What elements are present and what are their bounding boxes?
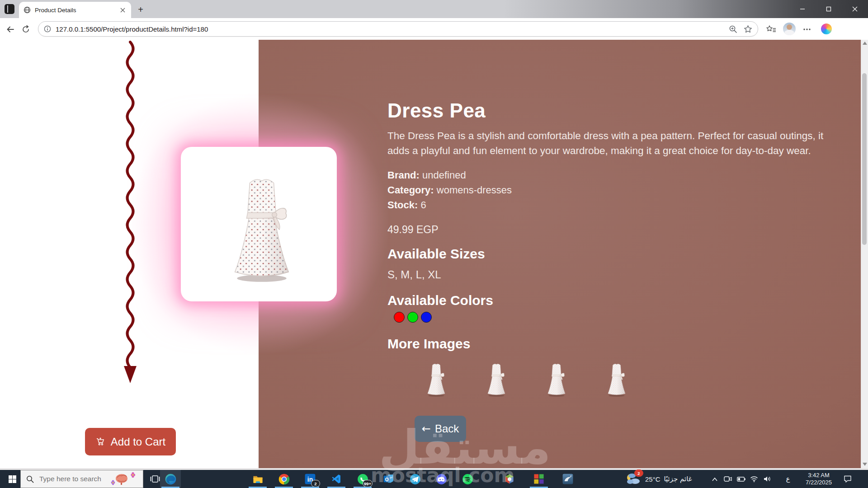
taskbar-spotify-icon[interactable] <box>457 470 478 488</box>
whatsapp-badge: 99+ <box>363 480 373 487</box>
browser-tab-strip: Product Details + <box>0 0 868 18</box>
taskbar-telegram-icon[interactable] <box>405 470 425 488</box>
taskbar-linkedin-icon[interactable]: in 2 <box>300 470 321 488</box>
sizes-heading: Available Sizes <box>387 246 485 262</box>
detail-row-category: Category: womens-dresses <box>387 184 512 196</box>
stock-label: Stock: <box>387 199 418 211</box>
window-minimize-button[interactable] <box>792 0 813 18</box>
cart-icon <box>95 436 106 447</box>
taskbar-file-explorer-icon[interactable] <box>247 470 268 488</box>
product-detail-panel <box>259 40 861 468</box>
taskbar-chrome-icon[interactable] <box>274 470 294 488</box>
profile-avatar[interactable] <box>783 23 796 35</box>
screen: Product Details + 127 <box>0 0 868 488</box>
add-to-cart-button[interactable]: Add to Cart <box>85 428 176 455</box>
settings-ellipsis-icon[interactable] <box>801 23 813 35</box>
window-close-button[interactable] <box>844 0 865 18</box>
product-title: Dress Pea <box>387 99 486 122</box>
taskbar-outlook-icon[interactable]: O <box>378 470 399 488</box>
browser-tab[interactable]: Product Details <box>19 2 131 18</box>
taskbar-vscode-icon[interactable] <box>326 470 347 488</box>
back-arrow-icon: ← <box>422 422 431 435</box>
tray-wifi-icon[interactable] <box>748 470 760 488</box>
search-input[interactable] <box>38 474 108 483</box>
scroll-up-icon[interactable] <box>863 42 867 45</box>
back-button-label: Back <box>435 422 459 435</box>
detail-row-stock: Stock: 6 <box>387 199 426 211</box>
weather-condition: غائم جزئيًا <box>664 475 692 483</box>
new-tab-button[interactable]: + <box>136 5 146 14</box>
taskbar-mysql-icon[interactable] <box>557 470 578 488</box>
taskbar-edge-icon[interactable] <box>160 470 181 488</box>
taskbar-search[interactable] <box>20 470 143 488</box>
site-info-icon[interactable] <box>44 25 51 33</box>
tab-title: Product Details <box>35 7 118 14</box>
product-price: 49.99 EGP <box>387 224 439 236</box>
color-swatches <box>394 312 432 323</box>
back-button[interactable]: ← Back <box>415 416 466 442</box>
refresh-icon[interactable] <box>20 23 32 35</box>
weather-badge: 2 <box>634 469 643 477</box>
window-maximize-button[interactable] <box>818 0 839 18</box>
taskbar: in 2 99+ O <box>0 470 868 488</box>
action-center-icon[interactable] <box>840 470 855 488</box>
start-button[interactable] <box>4 470 21 488</box>
category-value: womens-dresses <box>437 184 512 196</box>
taskbar-whatsapp-icon[interactable]: 99+ <box>352 470 373 488</box>
copilot-icon[interactable] <box>821 23 832 34</box>
color-swatch-red[interactable] <box>394 312 405 323</box>
tray-meet-now-icon[interactable] <box>722 470 734 488</box>
more-images-heading: More Images <box>387 336 470 352</box>
brand-label: Brand: <box>387 169 420 181</box>
favorites-icon[interactable] <box>765 23 777 35</box>
product-thumbnail-1[interactable] <box>425 361 447 398</box>
address-bar[interactable]: 127.0.0.1:5500/Project/productDetails.ht… <box>38 21 758 37</box>
tab-workspaces-icon[interactable] <box>5 4 14 14</box>
weather-temp: 25°C <box>645 475 660 483</box>
product-thumbnail-4[interactable] <box>606 361 627 398</box>
tray-volume-icon[interactable] <box>761 470 774 488</box>
tray-date: 7/22/2025 <box>800 479 837 486</box>
linkedin-badge: 2 <box>311 480 320 487</box>
url-text: 127.0.0.1:5500/Project/productDetails.ht… <box>56 25 729 33</box>
product-image <box>228 172 296 285</box>
tray-language-indicator[interactable]: ع <box>782 470 794 488</box>
brand-value: undefined <box>422 169 466 181</box>
page-content: Dress Pea The Dress Pea is a stylish and… <box>0 40 868 468</box>
bookmark-star-icon[interactable] <box>744 25 752 33</box>
globe-favicon-icon <box>24 6 31 14</box>
category-label: Category: <box>387 184 434 196</box>
search-icon <box>26 475 34 483</box>
product-thumbnail-3[interactable] <box>546 361 567 398</box>
scroll-down-icon[interactable] <box>863 463 867 466</box>
color-swatch-green[interactable] <box>407 312 418 323</box>
product-thumbnail-2[interactable] <box>486 361 507 398</box>
tray-time: 3:42 AM <box>800 472 837 479</box>
product-description: The Dress Pea is a stylish and comfortab… <box>387 128 840 158</box>
tray-chevron-icon[interactable] <box>708 470 721 488</box>
sizes-value: S, M, L, XL <box>387 268 441 281</box>
scrollbar-thumb[interactable] <box>862 73 867 245</box>
search-doodle-brain-icon <box>108 471 136 487</box>
colors-heading: Available Colors <box>387 293 493 308</box>
browser-toolbar: 127.0.0.1:5500/Project/productDetails.ht… <box>0 18 868 40</box>
stock-value: 6 <box>420 199 426 211</box>
zoom-page-icon[interactable] <box>729 25 737 33</box>
taskbar-netbeans-icon[interactable] <box>499 470 520 488</box>
add-to-cart-label: Add to Cart <box>111 436 165 448</box>
taskbar-colored-grid-app-icon[interactable] <box>528 470 549 488</box>
taskbar-weather[interactable]: 2 25°C غائم جزئيًا <box>626 470 692 488</box>
product-image-card <box>181 147 337 301</box>
svg-text:O: O <box>385 477 388 482</box>
tray-battery-icon[interactable] <box>735 470 747 488</box>
detail-row-brand: Brand: undefined <box>387 169 466 181</box>
back-navigation-icon[interactable] <box>5 23 16 35</box>
tab-close-icon[interactable] <box>118 6 127 14</box>
color-swatch-blue[interactable] <box>421 312 432 323</box>
wavy-arrow-decoration <box>121 41 139 385</box>
taskbar-discord-icon[interactable] <box>431 470 452 488</box>
tray-clock[interactable]: 3:42 AM 7/22/2025 <box>800 472 837 486</box>
